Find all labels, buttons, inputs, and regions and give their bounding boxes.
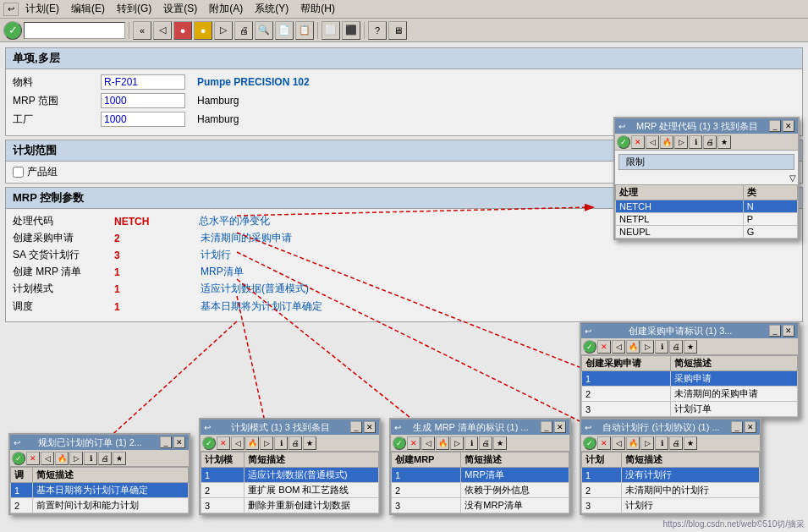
toolbar-check-btn[interactable]: ✓ [3, 21, 22, 40]
table-row[interactable]: 2前置时间计划和能力计划 [11, 498, 189, 513]
popup-po-star[interactable]: ★ [113, 452, 126, 465]
table-row[interactable]: NETCHN [616, 200, 798, 213]
popup-po-fire[interactable]: 🔥 [55, 452, 69, 465]
popup-purchase-cross[interactable]: ✕ [597, 340, 611, 354]
table-row[interactable]: 3计划订单 [582, 402, 798, 417]
table-row[interactable]: 3计划行 [582, 498, 760, 513]
toolbar-nav3-btn[interactable]: ● [194, 21, 212, 40]
popup-mrp-print[interactable]: 🖨 [703, 135, 717, 149]
toolbar-nav4-btn[interactable]: ▷ [214, 21, 233, 40]
popup-purchase-check[interactable]: ✓ [583, 340, 596, 354]
popup-ap-print[interactable]: 🖨 [669, 436, 683, 450]
popup-ml-cross[interactable]: ✕ [407, 436, 420, 450]
popup-purchase-close[interactable]: ✕ [783, 325, 794, 337]
popup-po-info[interactable]: ℹ [84, 452, 97, 465]
product-group-checkbox[interactable] [13, 167, 24, 178]
toolbar-page-btn[interactable]: 📄 [275, 21, 294, 40]
popup-mrp-info[interactable]: ℹ [689, 135, 702, 149]
toolbar-find-btn[interactable]: 🔍 [255, 21, 273, 40]
menu-app-icon[interactable]: ↩ [3, 3, 19, 16]
mrp-range-input[interactable] [101, 93, 185, 108]
toolbar-nav1-btn[interactable]: ◁ [153, 21, 172, 40]
popup-po-check[interactable]: ✓ [12, 452, 25, 465]
popup-ml-check[interactable]: ✓ [393, 436, 406, 450]
popup-plan-mode-min[interactable]: _ [350, 421, 362, 433]
popup-purchase-min[interactable]: _ [769, 325, 781, 337]
toolbar-nav2-btn[interactable]: ● [173, 21, 192, 40]
popup-po-cross[interactable]: ✕ [26, 452, 40, 465]
popup-purchase-fire[interactable]: 🔥 [626, 340, 640, 354]
popup-pm-print[interactable]: 🖨 [289, 436, 302, 450]
popup-pm-info[interactable]: ℹ [274, 436, 288, 450]
popup-ap-star[interactable]: ★ [684, 436, 697, 450]
popup-purchase-star[interactable]: ★ [684, 340, 697, 354]
toolbar-window1-btn[interactable]: ⬜ [322, 21, 340, 40]
toolbar-help-btn[interactable]: ? [368, 21, 387, 40]
toolbar-print-btn[interactable]: 🖨 [234, 21, 253, 40]
table-row[interactable]: 3没有MRP清单 [392, 498, 569, 513]
popup-ml-next[interactable]: ▷ [450, 436, 464, 450]
popup-mrp-list-close[interactable]: ✕ [554, 421, 566, 433]
popup-pm-prev[interactable]: ◁ [231, 436, 245, 450]
popup-mrp-close[interactable]: ✕ [783, 120, 794, 132]
toolbar-back-btn[interactable]: « [133, 21, 151, 40]
popup-po-next[interactable]: ▷ [69, 452, 83, 465]
popup-pm-star[interactable]: ★ [303, 436, 316, 450]
popup-purchase-prev[interactable]: ◁ [612, 340, 625, 354]
popup-ml-prev[interactable]: ◁ [421, 436, 435, 450]
popup-pm-cross[interactable]: ✕ [217, 436, 230, 450]
table-row[interactable]: 1基本日期将为计划订单确定 [11, 483, 189, 498]
popup-auto-plan-min[interactable]: _ [731, 421, 743, 433]
popup-ml-fire[interactable]: 🔥 [436, 436, 449, 450]
menu-settings[interactable]: 设置(S) [158, 0, 202, 18]
menu-plan[interactable]: 计划(E) [20, 0, 64, 18]
menu-goto[interactable]: 转到(G) [112, 0, 157, 18]
popup-ap-check[interactable]: ✓ [583, 436, 596, 450]
popup-mrp-fire[interactable]: 🔥 [660, 135, 673, 149]
popup-mrp-tab[interactable]: 限制 [618, 154, 794, 170]
popup-mrp-check[interactable]: ✓ [617, 135, 630, 149]
table-row[interactable]: 2未清期间中的计划行 [582, 483, 760, 498]
popup-pm-fire[interactable]: 🔥 [245, 436, 259, 450]
menu-system[interactable]: 系统(Y) [250, 0, 294, 18]
popup-mrp-list-min[interactable]: _ [541, 421, 552, 433]
menu-edit[interactable]: 编辑(E) [66, 0, 110, 18]
table-row[interactable]: NEUPLG [616, 226, 798, 239]
material-input[interactable] [101, 74, 185, 90]
popup-ap-next[interactable]: ▷ [640, 436, 654, 450]
popup-ml-star[interactable]: ★ [493, 436, 507, 450]
plant-input[interactable] [101, 112, 185, 127]
popup-plan-order-close[interactable]: ✕ [173, 436, 185, 448]
menu-help[interactable]: 帮助(H) [295, 0, 340, 18]
popup-mrp-star[interactable]: ★ [717, 135, 731, 149]
popup-plan-order-min[interactable]: _ [160, 436, 172, 448]
popup-purchase-next[interactable]: ▷ [640, 340, 654, 354]
table-row[interactable]: 1MRP清单 [392, 468, 569, 483]
table-row[interactable]: NETPLP [616, 213, 798, 226]
table-row[interactable]: 2依赖于例外信息 [392, 483, 569, 498]
table-row[interactable]: 2重扩展 BOM 和工艺路线 [201, 483, 379, 498]
toolbar-doc-btn[interactable]: 📋 [295, 21, 314, 40]
table-row[interactable]: 1采购申请 [582, 371, 798, 387]
table-row[interactable]: 1没有计划行 [582, 468, 760, 483]
toolbar-info-btn[interactable]: 🖥 [388, 21, 407, 40]
toolbar-window2-btn[interactable]: ⬛ [342, 21, 360, 40]
popup-po-prev[interactable]: ◁ [41, 452, 54, 465]
popup-ap-fire[interactable]: 🔥 [626, 436, 640, 450]
popup-pm-check[interactable]: ✓ [202, 436, 216, 450]
popup-ap-cross[interactable]: ✕ [597, 436, 611, 450]
popup-ml-print[interactable]: 🖨 [479, 436, 492, 450]
popup-purchase-info[interactable]: ℹ [655, 340, 668, 354]
popup-po-print[interactable]: 🖨 [98, 452, 112, 465]
table-row[interactable]: 1适应计划数据(普通模式) [201, 468, 379, 483]
popup-mrp-cross[interactable]: ✕ [631, 135, 645, 149]
popup-ap-prev[interactable]: ◁ [612, 436, 625, 450]
menu-add[interactable]: 附加(A) [204, 0, 248, 18]
popup-purchase-print[interactable]: 🖨 [669, 340, 683, 354]
toolbar-input[interactable] [24, 22, 125, 39]
popup-pm-next[interactable]: ▷ [260, 436, 273, 450]
popup-mrp-min[interactable]: _ [769, 120, 781, 132]
popup-auto-plan-close[interactable]: ✕ [745, 421, 756, 433]
popup-ml-info[interactable]: ℹ [464, 436, 478, 450]
popup-ap-info[interactable]: ℹ [655, 436, 668, 450]
